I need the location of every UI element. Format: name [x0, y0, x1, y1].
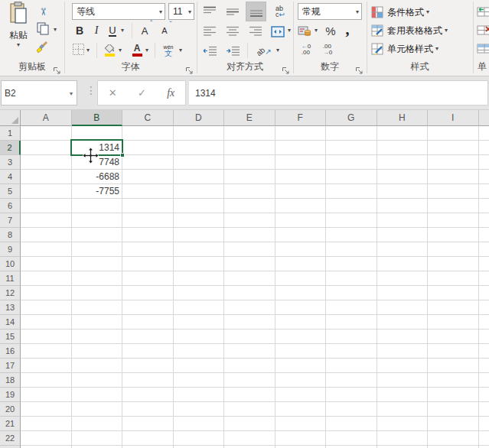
- bold-button[interactable]: B: [72, 22, 87, 39]
- wrap-text-button[interactable]: ab c↩: [270, 2, 290, 21]
- cell-B19[interactable]: [72, 388, 123, 402]
- row-header-21[interactable]: 21: [0, 417, 21, 431]
- row-header-7[interactable]: 7: [0, 213, 21, 228]
- borders-dropdown-icon[interactable]: ▾: [86, 47, 90, 54]
- cell-C21[interactable]: [122, 417, 174, 431]
- cell-E21[interactable]: [224, 417, 275, 431]
- cell-F14[interactable]: [275, 315, 327, 330]
- cell-F11[interactable]: [275, 271, 327, 286]
- row-header-17[interactable]: 17: [0, 359, 21, 373]
- cell-C14[interactable]: [122, 315, 174, 330]
- cell-G9[interactable]: [326, 242, 377, 257]
- cell-I7[interactable]: [428, 213, 479, 228]
- cell-C7[interactable]: [122, 213, 174, 228]
- align-bottom-button[interactable]: [246, 2, 266, 21]
- cell-C6[interactable]: [122, 199, 174, 213]
- cell-B16[interactable]: [72, 344, 123, 359]
- row-header-12[interactable]: 12: [0, 286, 21, 300]
- cell-C18[interactable]: [122, 373, 174, 388]
- row-header-11[interactable]: 11: [0, 271, 21, 286]
- font-size-combo[interactable]: 11 ▾: [168, 3, 194, 20]
- cell-G14[interactable]: [326, 315, 377, 330]
- row-header-16[interactable]: 16: [0, 344, 21, 359]
- cell-I14[interactable]: [428, 315, 479, 330]
- cell-D13[interactable]: [174, 300, 225, 315]
- cell-D19[interactable]: [174, 388, 225, 402]
- cell-D22[interactable]: [174, 431, 225, 446]
- cell-F20[interactable]: [275, 402, 327, 417]
- cell-F5[interactable]: [275, 184, 327, 199]
- cell-B10[interactable]: [72, 257, 123, 271]
- cell-I18[interactable]: [428, 373, 479, 388]
- column-header-C[interactable]: C: [122, 110, 174, 126]
- cell-C22[interactable]: [122, 431, 174, 446]
- cell-E9[interactable]: [224, 242, 275, 257]
- cell-E14[interactable]: [224, 315, 275, 330]
- cell-D14[interactable]: [174, 315, 225, 330]
- cell-G16[interactable]: [326, 344, 377, 359]
- cell-J11[interactable]: [479, 271, 489, 286]
- cell-A2[interactable]: [21, 141, 72, 155]
- cell-J2[interactable]: [479, 141, 489, 155]
- cell-F15[interactable]: [275, 330, 327, 344]
- cell-C5[interactable]: [122, 184, 174, 199]
- cell-H17[interactable]: [377, 359, 429, 373]
- cell-B18[interactable]: [72, 373, 123, 388]
- cell-B22[interactable]: [72, 431, 123, 446]
- cell-D6[interactable]: [174, 199, 225, 213]
- cell-I10[interactable]: [428, 257, 479, 271]
- cell-H18[interactable]: [377, 373, 429, 388]
- cell-H21[interactable]: [377, 417, 429, 431]
- cell-A4[interactable]: [21, 170, 72, 184]
- row-header-8[interactable]: 8: [0, 228, 21, 242]
- cell-G5[interactable]: [326, 184, 377, 199]
- cell-C1[interactable]: [122, 126, 174, 141]
- merge-center-dropdown-icon[interactable]: ▾: [288, 28, 291, 34]
- cell-D7[interactable]: [174, 213, 225, 228]
- fill-color-dropdown-icon[interactable]: ▾: [119, 47, 122, 54]
- cell-I3[interactable]: [428, 155, 479, 170]
- row-header-10[interactable]: 10: [0, 257, 21, 271]
- cell-I6[interactable]: [428, 199, 479, 213]
- phonetic-button[interactable]: wén 文: [159, 41, 178, 60]
- cell-C12[interactable]: [122, 286, 174, 300]
- cell-B6[interactable]: [72, 199, 123, 213]
- cell-B17[interactable]: [72, 359, 123, 373]
- fill-color-button[interactable]: [101, 42, 118, 59]
- cell-G8[interactable]: [326, 228, 377, 242]
- cell-F9[interactable]: [275, 242, 327, 257]
- cell-E6[interactable]: [224, 199, 275, 213]
- row-header-4[interactable]: 4: [0, 170, 21, 184]
- format-painter-button[interactable]: [32, 40, 52, 58]
- cell-E10[interactable]: [224, 257, 275, 271]
- row-header-20[interactable]: 20: [0, 402, 21, 417]
- cell-D16[interactable]: [174, 344, 225, 359]
- cell-B1[interactable]: [72, 126, 123, 141]
- cell-C20[interactable]: [122, 402, 174, 417]
- cell-A14[interactable]: [21, 315, 72, 330]
- cell-D1[interactable]: [174, 126, 225, 141]
- number-dialog-launcher-icon[interactable]: [355, 64, 363, 73]
- name-box[interactable]: B2 ▾: [1, 80, 77, 106]
- cell-H13[interactable]: [377, 300, 429, 315]
- cell-J16[interactable]: [479, 344, 489, 359]
- align-top-button[interactable]: [200, 2, 220, 21]
- cell-C11[interactable]: [122, 271, 174, 286]
- cell-A9[interactable]: [21, 242, 72, 257]
- alignment-dialog-launcher-icon[interactable]: [282, 64, 290, 73]
- increase-indent-button[interactable]: [223, 42, 243, 59]
- cell-D18[interactable]: [174, 373, 225, 388]
- cell-J9[interactable]: [479, 242, 489, 257]
- cell-J13[interactable]: [479, 300, 489, 315]
- cell-C15[interactable]: [122, 330, 174, 344]
- cell-J12[interactable]: [479, 286, 489, 300]
- select-all-corner[interactable]: [0, 110, 21, 126]
- cell-G12[interactable]: [326, 286, 377, 300]
- column-header-A[interactable]: A: [21, 110, 72, 126]
- enter-icon[interactable]: ✓: [138, 87, 146, 99]
- cell-F12[interactable]: [275, 286, 327, 300]
- accounting-format-button[interactable]: [296, 22, 313, 39]
- cell-D15[interactable]: [174, 330, 225, 344]
- cell-F8[interactable]: [275, 228, 327, 242]
- formula-input[interactable]: 1314: [189, 80, 488, 106]
